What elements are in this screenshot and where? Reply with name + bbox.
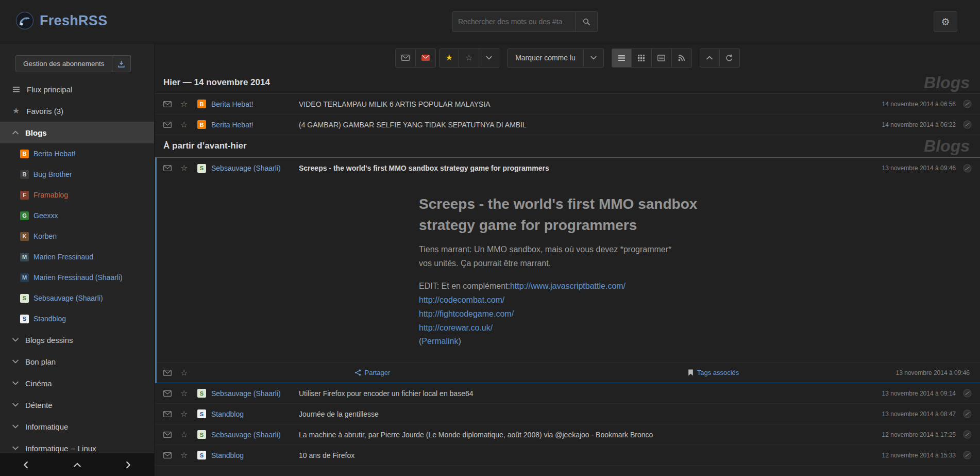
feed-favicon: M — [20, 273, 29, 282]
sidebar-feed[interactable]: M Marien Fressinaud — [0, 247, 154, 267]
share-button[interactable]: Partager — [354, 369, 391, 376]
article-date: 13 novembre 2014 à 09:14 — [882, 390, 956, 397]
next-page-button[interactable] — [103, 453, 154, 476]
show-not-favorites-button[interactable]: ☆ — [459, 48, 479, 68]
article-title[interactable]: Utiliser Firefox pour encoder un fichier… — [299, 389, 875, 398]
sidebar-feed[interactable]: F Framablog — [0, 185, 154, 205]
favorite-toggle-icon[interactable]: ☆ — [180, 121, 190, 129]
favorite-toggle-icon[interactable]: ☆ — [180, 410, 190, 418]
article-feed-name[interactable]: Sebsauvage (Shaarli) — [211, 431, 299, 439]
sidebar-feed[interactable]: S Standblog — [0, 308, 154, 329]
article-body: Screeps - the world's first MMO sandbox … — [157, 178, 980, 362]
read-toggle-icon[interactable] — [163, 452, 173, 458]
favorite-toggle-icon[interactable]: ☆ — [180, 451, 190, 459]
scroll-top-button[interactable] — [52, 453, 103, 476]
rss-view-button[interactable] — [672, 48, 692, 68]
article-row[interactable]: ☆ S Standblog Journée de la gentillesse … — [155, 404, 980, 424]
read-toggle-icon[interactable] — [163, 165, 173, 171]
read-toggle-icon[interactable] — [163, 411, 173, 417]
read-toggle-icon[interactable] — [163, 122, 173, 128]
sidebar-feed[interactable]: K Korben — [0, 226, 154, 247]
mark-all-read-button[interactable]: Marquer comme lu — [507, 48, 584, 68]
favorite-toggle-icon[interactable]: ☆ — [180, 164, 190, 172]
sidebar-feed[interactable]: B Berita Hebat! — [0, 143, 154, 164]
article-link[interactable]: http://fightcodegame.com/ — [419, 309, 514, 318]
article-feed-name[interactable]: Sebsauvage (Shaarli) — [211, 164, 299, 172]
read-toggle-icon[interactable] — [163, 370, 173, 376]
read-toggle-icon[interactable] — [163, 390, 173, 397]
article-row[interactable]: ☆ S Sebsauvage (Shaarli) Screeps - the w… — [157, 158, 980, 178]
globe-icon[interactable] — [963, 389, 972, 398]
read-toggle-icon[interactable] — [163, 432, 173, 438]
filter-dropdown-button[interactable] — [479, 48, 499, 68]
article-feed-name[interactable]: Berita Hebat! — [211, 100, 299, 108]
show-favorites-button[interactable]: ★ — [439, 48, 459, 68]
article-row[interactable]: ☆ S Standblog 10 ans de Firefox 12 novem… — [155, 445, 980, 466]
show-unread-button[interactable] — [416, 48, 436, 68]
article-row[interactable]: ☆ S Sebsauvage (Shaarli) La machine à ab… — [155, 424, 980, 445]
article-link[interactable]: http://www.javascriptbattle.com/ — [510, 282, 626, 290]
article-link[interactable]: http://codecombat.com/ — [419, 296, 504, 304]
article-link[interactable]: http://corewar.co.uk/ — [419, 323, 493, 332]
article-title[interactable]: Screeps - the world's first MMO sandbox … — [299, 164, 875, 172]
sidebar-category[interactable]: Détente — [0, 394, 154, 416]
globe-icon[interactable] — [963, 100, 972, 108]
sidebar-feed[interactable]: S Sebsauvage (Shaarli) — [0, 288, 154, 308]
app-logo[interactable]: FreshRSS — [15, 11, 107, 30]
show-all-button[interactable] — [395, 48, 416, 68]
reader-view-button[interactable] — [652, 48, 672, 68]
globe-icon[interactable] — [963, 409, 972, 418]
article-title[interactable]: Journée de la gentillesse — [299, 410, 875, 418]
article-feed-name[interactable]: Standblog — [211, 410, 299, 418]
favorite-toggle-icon[interactable]: ☆ — [180, 369, 190, 377]
import-export-button[interactable] — [112, 55, 131, 72]
read-toggle-icon[interactable] — [163, 101, 173, 107]
article-title[interactable]: 10 ans de Firefox — [299, 451, 875, 459]
article-row[interactable]: ☆ B Berita Hebat! VIDEO TERLAMPAU MILIK … — [155, 94, 980, 114]
grid-view-button[interactable] — [632, 48, 652, 68]
article-row[interactable]: ☆ B Berita Hebat! (4 GAMBAR) GAMBAR SELF… — [155, 114, 980, 135]
sidebar-feed[interactable]: B Bug Brother — [0, 164, 154, 185]
chevron-icon — [12, 381, 19, 385]
list-view-button[interactable] — [612, 48, 632, 68]
article-title[interactable]: VIDEO TERLAMPAU MILIK 6 ARTIS POPULAR MA… — [299, 100, 875, 108]
sidebar-category[interactable]: Blogs — [0, 122, 154, 143]
article-row[interactable]: ☆ S Sebsauvage (Shaarli) Utiliser Firefo… — [155, 383, 980, 404]
sidebar-category[interactable]: Blogs dessins — [0, 329, 154, 351]
globe-icon[interactable] — [963, 430, 972, 439]
feed-favicon: M — [20, 253, 29, 261]
globe-icon[interactable] — [963, 451, 972, 459]
article-feed-name[interactable]: Sebsauvage (Shaarli) — [211, 389, 299, 398]
favorite-toggle-icon[interactable]: ☆ — [180, 431, 190, 439]
favorite-toggle-icon[interactable]: ☆ — [180, 100, 190, 108]
globe-icon[interactable] — [963, 120, 972, 129]
settings-button[interactable]: ⚙ — [934, 11, 957, 32]
chevron-down-icon — [486, 56, 492, 60]
search-input[interactable] — [452, 11, 575, 32]
tags-button[interactable]: Tags associés — [688, 369, 739, 376]
article-link[interactable]: Permalink — [421, 337, 458, 346]
globe-icon[interactable] — [963, 164, 972, 173]
previous-page-button[interactable] — [0, 453, 52, 476]
chevron-icon — [12, 130, 19, 135]
article-date: 13 novembre 2014 à 09:46 — [882, 165, 956, 172]
article-feed-name[interactable]: Berita Hebat! — [211, 121, 299, 129]
article-title[interactable]: (4 GAMBAR) GAMBAR SELFIE YANG TIDAK SEPA… — [299, 121, 875, 129]
sidebar-category[interactable]: Cinéma — [0, 372, 154, 394]
search-button[interactable] — [575, 11, 598, 32]
manage-subscriptions-button[interactable]: Gestion des abonnements — [15, 55, 112, 72]
sidebar-category[interactable]: Informatique — [0, 416, 154, 437]
article-title[interactable]: La machine à abrutir, par Pierre Jourde … — [299, 431, 875, 439]
go-top-button[interactable] — [700, 48, 720, 68]
sidebar-item-main-stream[interactable]: Flux principal — [0, 78, 154, 100]
sidebar-item-favorites[interactable]: ★ Favoris (3) — [0, 100, 154, 122]
refresh-button[interactable] — [720, 48, 740, 68]
sidebar-feed[interactable]: G Geexxx — [0, 205, 154, 226]
mark-read-dropdown-button[interactable] — [584, 48, 604, 68]
sidebar-category[interactable]: Bon plan — [0, 351, 154, 372]
article-feed-name[interactable]: Standblog — [211, 451, 299, 459]
feed-favicon: S — [197, 409, 206, 418]
favorite-toggle-icon[interactable]: ☆ — [180, 389, 190, 398]
sidebar-feed[interactable]: M Marien Fressinaud (Shaarli) — [0, 267, 154, 288]
download-icon — [118, 60, 125, 68]
